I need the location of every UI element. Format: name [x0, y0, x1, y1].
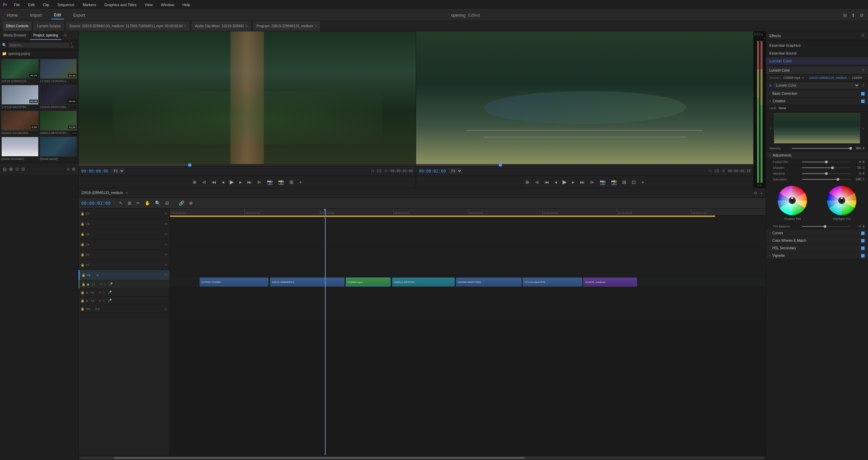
tl-zoom-tool[interactable]: 🔍 [154, 200, 162, 206]
section-curves[interactable]: Curves [766, 229, 868, 237]
sequence-menu[interactable]: ≡ [126, 191, 128, 195]
preview-next-arrow[interactable]: › [862, 125, 865, 132]
program-step-back1[interactable]: ◂ [553, 179, 558, 186]
track-lock-v3[interactable]: 🔒 [81, 253, 84, 256]
track-row-v6[interactable] [170, 226, 766, 236]
menu-clip[interactable]: Clip [41, 2, 51, 8]
track-v1-targeting[interactable]: ◉ [96, 273, 99, 277]
tl-hand-tool[interactable]: ✋ [143, 200, 152, 206]
menu-window[interactable]: Window [159, 2, 175, 8]
track-s-a2[interactable]: S [103, 291, 105, 294]
tab-audio-mixer[interactable]: Audio Clip Mixer: 22619-328940 ≫ [191, 21, 252, 31]
track-s-a3[interactable]: S [103, 299, 105, 302]
source-fit-select[interactable]: Fit [111, 168, 125, 174]
track-row-a3[interactable] [170, 303, 766, 312]
effects-menu-icon[interactable]: ☰ [861, 33, 865, 38]
menu-help[interactable]: Help [181, 2, 192, 8]
source-step-fwd[interactable]: ▸ [238, 179, 243, 186]
color-wheels-toggle[interactable] [861, 239, 865, 242]
track-m-a2[interactable]: M [99, 291, 101, 294]
scrollbar-track[interactable] [80, 457, 764, 459]
hsl-secondary-toggle[interactable] [861, 247, 865, 250]
tab-media-browser[interactable]: Media Browser [0, 31, 30, 40]
source-add-marker[interactable]: ⊕ [191, 179, 198, 186]
track-row-v4[interactable] [170, 246, 766, 256]
panel-menu-icon[interactable]: ☰ [62, 31, 69, 40]
track-lock-v6[interactable]: 🔒 [81, 222, 84, 226]
program-more[interactable]: + [640, 179, 645, 186]
source-in-point[interactable]: ⊲ [201, 179, 208, 186]
program-scrubber[interactable] [416, 164, 753, 166]
nav-icon-settings[interactable]: ⚙ [859, 13, 864, 18]
source-step-back[interactable]: ⏮ [210, 179, 218, 186]
creative-toggle[interactable] [861, 100, 865, 103]
source-out-point[interactable]: ⊳ [256, 179, 263, 186]
highlight-tint-color-wheel[interactable] [826, 185, 857, 216]
nav-export[interactable]: Export [71, 12, 88, 19]
saturation-slider[interactable] [802, 179, 851, 180]
source-scale-icon[interactable]: ⊡ [371, 169, 374, 173]
source-settings-icon[interactable]: ⚙ [384, 169, 388, 173]
program-step-back[interactable]: ⏮ [543, 179, 551, 186]
mix-expand[interactable]: ▷ [165, 307, 168, 311]
tl-razor-tool[interactable]: ✂ [135, 200, 141, 206]
section-color-wheels[interactable]: Color Wheels & Match [766, 237, 868, 244]
track-row-v5[interactable] [170, 236, 766, 246]
lumetri-source-1[interactable]: 218008.mp4 [783, 76, 800, 79]
effect-essential-graphics[interactable]: Essential Graphics [766, 42, 868, 49]
effect-essential-sound[interactable]: Essential Sound [766, 49, 868, 57]
effect-lumetri-color[interactable]: Lumetri Color [766, 57, 868, 65]
track-eye-v2[interactable]: 👁 [165, 263, 168, 267]
lumetri-reset[interactable]: ↺ [862, 68, 865, 73]
sort-icon[interactable]: ⊟ [22, 167, 25, 172]
tab-project[interactable]: Project: opening [30, 31, 62, 40]
tl-select-tool[interactable]: ↖ [118, 200, 124, 206]
program-fit-select[interactable]: Fit [449, 168, 462, 174]
media-item[interactable]: 6:50 203403-921381908... [1, 111, 39, 135]
track-row-v3[interactable] [170, 256, 766, 267]
nav-icon-share[interactable]: ⬆ [851, 13, 855, 18]
section-hsl-secondary[interactable]: HSL Secondary [766, 244, 868, 252]
timeline-add[interactable]: + [760, 190, 763, 196]
track-lock-v4[interactable]: 🔒 [81, 243, 84, 246]
clip-171110[interactable]: 171110-6447878... [523, 278, 582, 286]
track-row-v1[interactable]: 117093-710564... 22619-328940013 218008.… [170, 277, 766, 287]
source-more[interactable]: + [298, 179, 303, 186]
lumetri-fx-reset[interactable]: ↺ [862, 83, 865, 88]
track-eye-v1[interactable]: 👁 [165, 273, 168, 277]
freeform-view-icon[interactable]: ⊡ [15, 167, 19, 172]
track-lock-v5[interactable]: 🔒 [81, 233, 84, 236]
sharpen-slider[interactable] [802, 167, 851, 168]
new-item-icon[interactable]: ⊞ [72, 167, 75, 172]
curves-toggle[interactable] [861, 232, 865, 235]
track-mic-a1[interactable]: 🎤 [109, 282, 113, 286]
menu-graphics[interactable]: Graphics and Titles [103, 2, 138, 8]
track-lock-a2[interactable]: 🔒 [81, 291, 84, 294]
track-lock-a3[interactable]: 🔒 [81, 299, 84, 302]
track-row-a2[interactable] [170, 295, 766, 303]
media-item[interactable]: (forest aerial) [40, 137, 77, 161]
shadow-tint-color-wheel[interactable] [777, 185, 808, 216]
media-item[interactable]: (snow mountain) [1, 137, 39, 161]
vibrance-slider[interactable] [802, 173, 851, 174]
track-row-v2[interactable] [170, 267, 766, 277]
track-lock-v7[interactable]: 🔒 [81, 212, 84, 216]
nav-icon-import[interactable]: ⊞ [843, 13, 847, 18]
section-vignette[interactable]: Vignette [766, 252, 868, 259]
tl-snap[interactable]: ⊟ [164, 200, 170, 206]
program-scale-icon[interactable]: ⊡ [709, 169, 712, 173]
source-step-back1[interactable]: ◂ [220, 179, 226, 186]
program-out-point[interactable]: ⊳ [589, 179, 596, 186]
timeline-settings[interactable]: ⚙ [754, 191, 757, 195]
track-eye-v6[interactable]: 👁 [165, 222, 168, 226]
tab-source-monitor[interactable]: Source: 22619-328940133_medium: 117093-7… [66, 21, 190, 31]
search-input[interactable] [8, 43, 69, 48]
track-mic-a3[interactable]: 🎤 [108, 299, 112, 302]
nav-edit[interactable]: Edit [51, 11, 64, 19]
new-bin-icon[interactable]: ≡ [67, 167, 69, 172]
track-s-a1[interactable]: S [104, 283, 106, 286]
preview-prev-arrow[interactable]: ‹ [769, 125, 772, 132]
tl-link-select[interactable]: ⊞ [126, 200, 133, 206]
tab-program-monitor[interactable]: Program: 22619-328940133_medium ☰ [253, 21, 321, 31]
program-lift[interactable]: 📷 [598, 179, 607, 186]
